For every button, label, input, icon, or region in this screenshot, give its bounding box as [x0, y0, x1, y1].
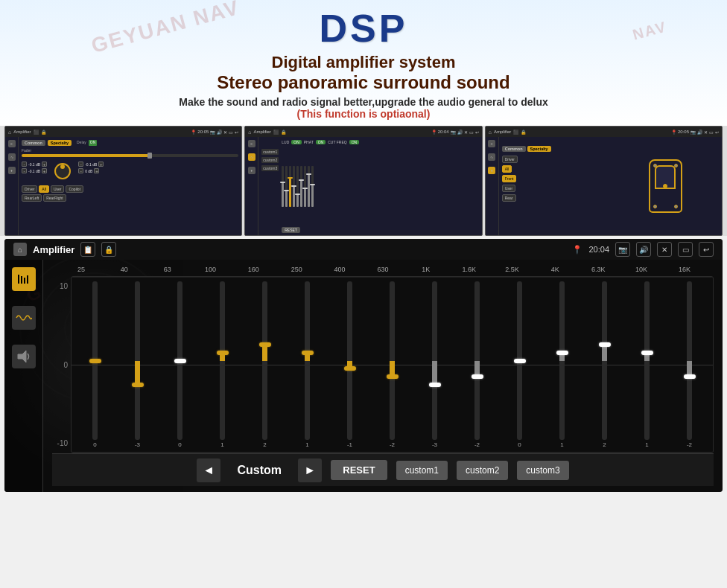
rear-btn-s3[interactable]: Rear [502, 194, 516, 202]
eq-val-400: -1 [347, 441, 352, 448]
eq-val-10k: 1 [645, 441, 648, 448]
driver-btn-s1[interactable]: Driver [22, 185, 37, 193]
file-icon[interactable]: 📋 [80, 242, 95, 257]
eq-ch-63[interactable]: 0 [159, 281, 200, 448]
on-btn-cut[interactable]: ON [349, 140, 360, 144]
user-btn-s1[interactable]: User [51, 185, 65, 193]
common-btn-s3[interactable]: Common [502, 146, 526, 152]
screen1-content: Common Specialty Delay ON Fader - [19, 137, 241, 235]
eq-ch-40[interactable]: -3 [117, 281, 158, 448]
minus-btn-3[interactable]: - [78, 162, 83, 167]
db-neg10: -10 [52, 439, 68, 447]
eq-ch-160[interactable]: 2 [244, 281, 285, 448]
freq-40: 40 [114, 266, 135, 273]
plus-btn-2[interactable]: + [42, 168, 47, 173]
sidebar-wave-2: ∿ [248, 153, 255, 161]
reset-btn-s2[interactable]: RESET [282, 227, 300, 233]
eq-val-4k: 1 [560, 441, 563, 448]
freq-25: 25 [71, 266, 92, 273]
sidebar-eq-icon: ≡ [8, 140, 16, 147]
reset-button-main[interactable]: RESET [331, 460, 387, 480]
sidebar-small-3: ≡ ∿ ♦ [486, 137, 499, 235]
window-icon[interactable]: ▭ [678, 242, 693, 257]
freq-630: 630 [372, 266, 393, 273]
close-icon[interactable]: ✕ [657, 242, 672, 257]
custom1-preset-s2[interactable]: custom1 [261, 149, 279, 155]
custom3-preset-s2[interactable]: custom3 [261, 165, 279, 171]
sidebar-spk-3: ♦ [488, 167, 495, 174]
volume-icon[interactable]: 🔊 [636, 242, 651, 257]
delay-label: Delay [77, 140, 86, 146]
small-screen-2: ⌂ Amplifier ⬛🔒 📍 20:04 📷🔊✕▭↩ ≡ ∿ ♦ [244, 126, 482, 236]
minus-btn-1[interactable]: - [22, 162, 27, 167]
main-body: 25 40 63 100 160 250 400 630 1K 1.6K 2.5… [4, 260, 723, 492]
common-btn-s1[interactable]: Common [22, 140, 45, 146]
freq-100: 100 [200, 266, 221, 273]
freq-1k: 1K [416, 266, 436, 273]
eq-val-1k: -3 [432, 441, 437, 448]
desc-text: Make the sound and radio signal better,u… [15, 96, 712, 108]
delay-on-badge: ON [89, 140, 98, 146]
eq-main-area: 25 40 63 100 160 250 400 630 1K 1.6K 2.5… [43, 260, 723, 492]
rear-left-btn[interactable]: RearLeft [22, 194, 42, 202]
front-btn-s3[interactable]: Front [502, 175, 517, 182]
custom2-button[interactable]: custom2 [457, 461, 508, 480]
eq-ch-630[interactable]: -2 [372, 281, 413, 448]
plus-btn-3[interactable]: + [98, 162, 104, 167]
custom3-button[interactable]: custom3 [517, 461, 568, 480]
plus-btn-1[interactable]: + [42, 162, 47, 167]
eq-ch-2.5k[interactable]: 0 [499, 281, 540, 448]
specialty-btn-s3[interactable]: Specialty [527, 146, 551, 152]
freq-160: 160 [243, 266, 264, 273]
status-bar-2: ⌂ Amplifier ⬛🔒 📍 20:04 📷🔊✕▭↩ [245, 127, 481, 137]
svg-marker-4 [18, 351, 26, 362]
freq-labels-row: 25 40 63 100 160 250 400 630 1K 1.6K 2.5… [52, 266, 714, 273]
eq-ch-250[interactable]: 1 [287, 281, 328, 448]
user-btn-s3[interactable]: User [502, 185, 516, 192]
all-btn-s3[interactable]: All [502, 165, 512, 173]
eq-ch-4k[interactable]: 1 [542, 281, 582, 448]
driver-btn-s3[interactable]: Driver [502, 156, 518, 163]
eq-ch-100[interactable]: 1 [202, 281, 243, 448]
camera-icon[interactable]: 📷 [615, 242, 630, 257]
status-bar-3: ⌂ Amplifier ⬛🔒 📍 20:05 📷🔊✕▭↩ [486, 127, 722, 137]
eq-ch-10k[interactable]: 1 [626, 281, 667, 448]
eq-val-6.3k: 2 [603, 441, 606, 448]
freq-6.3k: 6.3K [588, 266, 609, 273]
freq-400: 400 [329, 266, 350, 273]
on-btn-phat[interactable]: ON [316, 140, 326, 144]
lock-icon[interactable]: 🔒 [101, 242, 116, 257]
svg-rect-2 [24, 278, 25, 284]
minus-btn-2[interactable]: - [22, 168, 27, 173]
all-btn-s1[interactable]: All [39, 185, 49, 193]
eq-ch-6.3k[interactable]: 2 [584, 281, 625, 448]
eq-ch-400[interactable]: -1 [329, 281, 370, 448]
plus-btn-4[interactable]: + [94, 168, 99, 173]
next-button[interactable]: ► [298, 458, 322, 482]
eq-ch-16k[interactable]: -2 [669, 281, 710, 448]
prev-button[interactable]: ◄ [197, 458, 220, 482]
specialty-btn-s1[interactable]: Specialty [48, 140, 72, 146]
custom1-button[interactable]: custom1 [396, 461, 448, 480]
copilot-btn-s1[interactable]: Copilot [66, 185, 83, 193]
home-icon[interactable]: ⌂ [13, 243, 27, 256]
eq-val-63: 0 [178, 441, 181, 448]
main-sidebar-wave-icon[interactable] [12, 306, 36, 330]
eq-val-630: -2 [390, 441, 395, 448]
eq-ch-25[interactable]: 0 [74, 281, 115, 448]
screen2-content: custom1 custom2 custom3 LUD ON PHAT ON C… [258, 137, 481, 235]
minus-btn-4[interactable]: - [78, 168, 83, 173]
on-btn-lud[interactable]: ON [291, 140, 302, 144]
svg-rect-0 [18, 275, 19, 284]
main-sidebar-eq-icon[interactable] [12, 267, 36, 291]
sidebar-spk-2: ♦ [248, 167, 255, 174]
main-sidebar-speaker-icon[interactable] [12, 345, 36, 368]
main-status-bar: ⌂ Amplifier 📋 🔒 📍 20:04 📷 🔊 ✕ ▭ ↩ [4, 239, 723, 260]
eq-val-2.5k: 0 [518, 441, 521, 448]
custom2-preset-s2[interactable]: custom2 [261, 157, 279, 163]
rear-right-btn[interactable]: RearRight [43, 194, 66, 202]
eq-ch-1k[interactable]: -3 [414, 281, 455, 448]
back-icon[interactable]: ↩ [699, 242, 714, 257]
sidebar-small-2: ≡ ∿ ♦ [245, 137, 258, 235]
eq-ch-1.6k[interactable]: -2 [457, 281, 498, 448]
